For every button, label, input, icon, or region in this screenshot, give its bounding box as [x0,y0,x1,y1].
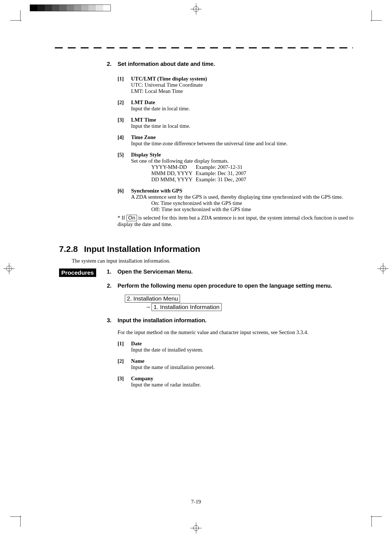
proc-step-2: 2. Perform the following menu open proce… [107,283,355,289]
arrow-icon: → [145,304,151,310]
item-date: [1] Date Input the date of installed sys… [118,341,355,353]
menu-path: 2. Installation Menu →1. Installation In… [125,295,355,311]
item-name: [2] Name Input the name of installation … [118,358,355,370]
procedures-row: Procedures 1. Open the Serviceman Menu. [59,268,355,277]
section-intro: The system can input installation inform… [72,258,355,264]
item-company: [3] Company Input the name of radar inst… [118,375,355,388]
item-utc-lmt: [1] UTC/LMT (Time display system) UTC: U… [118,76,355,94]
procedures-label: Procedures [59,268,96,277]
boxed-on-label: On [127,215,137,221]
item-sync-gps: [6] Synchronize with GPS A ZDA sentence … [118,188,355,212]
step-number: 2. [107,61,118,67]
item-lmt-time: [3] LMT Time Input the time in local tim… [118,117,355,129]
proc-step-3: 3. Input the installation information. [107,317,355,324]
input-method-note: For the input method on the numeric valu… [118,329,355,335]
menu-installation-information: 1. Installation Information [152,303,222,311]
section-divider [55,47,353,48]
menu-installation-menu: 2. Installation Menu [125,295,180,303]
item-display-style: [5] Display Style Set one of the followi… [118,152,355,183]
page-number: 7-19 [0,499,392,505]
step-title: Set information about date and time. [118,61,215,67]
step-2-date-time: 2. Set information about date and time. [107,61,355,67]
item-lmt-date: [2] LMT Date Input the date in local tim… [118,99,355,112]
section-7-2-8-heading: 7.2.8Input Installation Information [59,244,355,254]
note-zda-on: * If On is selected for this item but a … [118,215,355,227]
item-time-zone: [4] Time Zone Input the time-zone differ… [118,134,355,147]
